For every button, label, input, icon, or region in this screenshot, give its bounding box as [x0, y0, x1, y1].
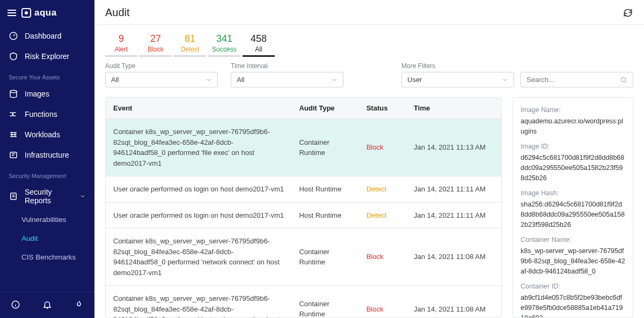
cell-time: Jan 14, 2021 11:08 AM [406, 228, 501, 286]
logo-icon [21, 8, 31, 18]
sidebar-item-security-reports[interactable]: Security Reports [0, 182, 94, 210]
stat-number: 9 [105, 33, 137, 45]
brand-name: aqua [34, 8, 57, 18]
time-interval-select[interactable]: All [231, 72, 343, 87]
sidebar-item-label: Risk Explorer [25, 52, 69, 61]
table-row[interactable]: Container k8s_wp_server_wp_server-76795d… [106, 228, 501, 286]
table-row[interactable]: User oracle performed os login on host d… [106, 176, 501, 203]
detail-value: k8s_wp-server_wp-server-76795df9b6-82sqt… [521, 246, 625, 276]
filters-row: Audit Type All Time Interval All More Fi… [105, 62, 633, 87]
cell-event: User oracle performed os login on host d… [106, 176, 291, 203]
sidebar-item-label: Security Reports [25, 188, 73, 205]
sidebar-item-label: Audit [21, 234, 38, 242]
sidebar-item-functions[interactable]: Functions [0, 104, 94, 124]
cell-status: Block [359, 228, 406, 286]
sidebar-item-vulnerabilities[interactable]: Vulnerabilities [0, 210, 94, 229]
chevron-down-icon [206, 77, 212, 83]
stat-label: Alert [105, 46, 137, 53]
cell-audit-type: Container Runtime [291, 119, 358, 176]
sidebar-item-risk-explorer[interactable]: Risk Explorer [0, 46, 94, 66]
sidebar-section-assets: Secure Your Assets [0, 66, 94, 84]
sidebar-item-label: Functions [25, 110, 57, 119]
sidebar-item-workloads[interactable]: Workloads [0, 124, 94, 145]
sidebar-footer [0, 292, 94, 318]
detail-label: Container Name: [521, 235, 625, 245]
detail-label: Image ID: [521, 142, 625, 152]
detail-value: aquademo.azurecr.io/wordpress:plugins [521, 116, 625, 137]
table-row[interactable]: Container k8s_wp_server_wp_server-76795d… [106, 286, 501, 319]
images-icon [9, 89, 18, 99]
svg-point-5 [621, 77, 625, 82]
cell-event: Container k8s_wp_server_wp_server-76795d… [106, 286, 291, 319]
sidebar-item-audit[interactable]: Audit [0, 229, 94, 248]
th-audit-type[interactable]: Audit Type [291, 98, 358, 119]
search-input-wrapper[interactable] [521, 72, 633, 87]
filter-label-time-interval: Time Interval [231, 62, 343, 70]
cell-time: Jan 14, 2021 11:13 AM [406, 119, 501, 176]
sidebar-item-cis-benchmarks[interactable]: CIS Benchmarks [0, 248, 94, 267]
cell-audit-type: Container Runtime [291, 286, 358, 319]
brand-logo[interactable]: aqua [21, 8, 57, 18]
stat-tab-success[interactable]: 341Success [208, 30, 240, 57]
sidebar-item-infrastructure[interactable]: Infrastructure [0, 145, 94, 165]
sidebar-section-security: Security Management [0, 165, 94, 182]
page-title: Audit [105, 6, 130, 19]
select-value: All [237, 76, 244, 84]
stat-tab-alert[interactable]: 9Alert [105, 30, 137, 57]
dashboard-icon [9, 31, 18, 41]
sidebar-item-images[interactable]: Images [0, 84, 94, 104]
table-row[interactable]: User oracle performed os login on host d… [106, 202, 501, 228]
search-input[interactable] [526, 76, 620, 84]
cell-time: Jan 14, 2021 11:08 AM [406, 286, 501, 319]
table-row[interactable]: Container k8s_wp_server_wp_server-76795d… [106, 119, 501, 176]
th-status[interactable]: Status [359, 98, 406, 119]
info-icon[interactable] [10, 299, 21, 310]
sidebar-item-label: Dashboard [25, 32, 62, 40]
sidebar-item-dashboard[interactable]: Dashboard [0, 26, 94, 46]
cell-status: Block [359, 119, 406, 176]
hamburger-icon[interactable] [8, 10, 16, 16]
cell-audit-type: Container Runtime [291, 228, 358, 286]
main-content: Audit 9Alert27Block81Detect341Success458… [94, 0, 644, 318]
bell-icon[interactable] [41, 299, 53, 310]
cell-event: Container k8s_wp_server_wp_server-76795d… [106, 228, 291, 286]
cell-audit-type: Host Runtime [291, 176, 358, 203]
cell-event: Container k8s_wp_server_wp_server-76795d… [106, 119, 291, 176]
cell-time: Jan 14, 2021 11:11 AM [406, 176, 501, 203]
workloads-icon [9, 130, 18, 139]
page-header: Audit [94, 0, 644, 25]
select-value: User [407, 76, 422, 84]
chevron-down-icon [502, 77, 508, 83]
sidebar-item-label: CIS Benchmarks [21, 253, 76, 261]
stat-number: 27 [140, 33, 172, 45]
stat-number: 458 [243, 33, 275, 45]
detail-label: Container ID: [521, 282, 625, 292]
refresh-icon[interactable] [623, 8, 633, 18]
stat-tab-block[interactable]: 27Block [140, 30, 172, 57]
detail-label: Image Name: [521, 105, 625, 115]
stats-tabs: 9Alert27Block81Detect341Success458All [105, 30, 633, 57]
stat-tab-all[interactable]: 458All [243, 30, 275, 57]
functions-icon [9, 109, 18, 119]
cell-time: Jan 14, 2021 11:11 AM [406, 202, 501, 228]
filter-label-more-filters: More Filters [401, 62, 514, 70]
stat-number: 81 [174, 33, 206, 45]
reports-icon [9, 191, 18, 201]
th-time[interactable]: Time [406, 98, 501, 119]
chevron-down-icon [79, 193, 86, 199]
sidebar: aqua Dashboard Risk Explorer Secure Your… [0, 0, 94, 318]
chevron-down-icon [331, 77, 338, 83]
flame-icon[interactable] [73, 299, 85, 310]
svg-point-1 [10, 90, 17, 93]
stat-tab-detect[interactable]: 81Detect [174, 30, 206, 57]
audit-table: Event Audit Type Status Time Container k… [105, 97, 502, 318]
sidebar-item-label: Vulnerabilities [21, 216, 67, 224]
th-event[interactable]: Event [106, 98, 291, 119]
infra-icon [9, 150, 18, 160]
risk-icon [9, 51, 18, 61]
select-value: All [111, 76, 119, 84]
stat-label: All [243, 46, 275, 53]
more-filters-select[interactable]: User [401, 72, 514, 87]
detail-value: sha256:d6294c5c681700d81f9f2d8dd8b68ddc0… [521, 199, 625, 230]
audit-type-select[interactable]: All [105, 72, 218, 87]
